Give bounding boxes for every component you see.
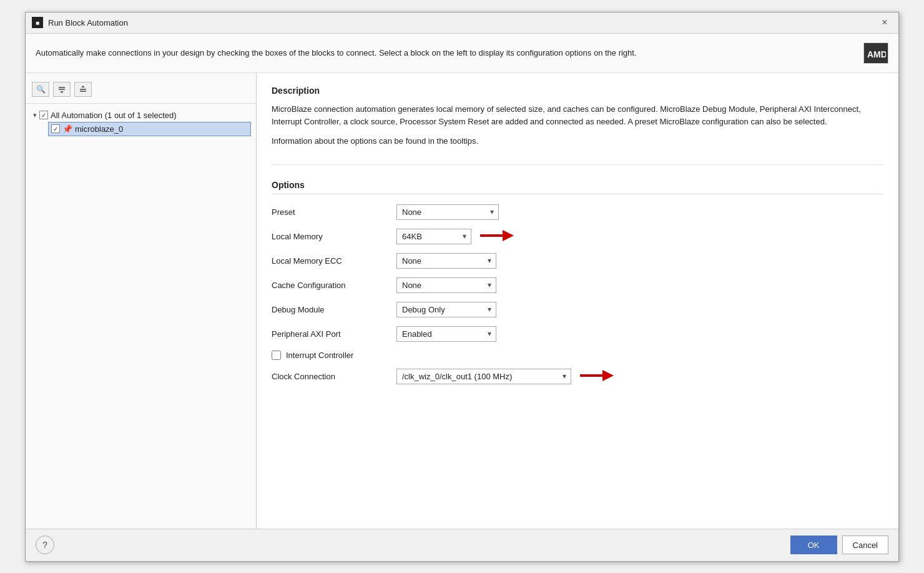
local-memory-ecc-select-wrapper: None Basic Full: [396, 253, 496, 269]
debug-module-row: Debug Module None Debug Only Debug & UAR…: [272, 302, 883, 317]
toolbar: 🔍: [26, 79, 256, 104]
local-memory-select-wrapper: None 8KB 16KB 32KB 64KB 128KB: [396, 229, 471, 244]
search-button[interactable]: 🔍: [32, 82, 49, 97]
local-memory-row: Local Memory None 8KB 16KB 32KB 64KB 128…: [272, 229, 883, 244]
preset-row: Preset None Microcontroller Real-time Ap…: [272, 204, 883, 220]
microblaze-label: microblaze_0: [75, 124, 123, 134]
title-bar-left: Run Block Automation: [32, 17, 128, 28]
clock-connection-label: Clock Connection: [272, 372, 396, 381]
all-automation-checkbox[interactable]: [39, 111, 48, 119]
tree-root-item[interactable]: ▾ All Automation (1 out of 1 selected): [31, 109, 251, 122]
cache-configuration-label: Cache Configuration: [272, 281, 396, 290]
collapse-icon: [57, 85, 66, 94]
amd-logo: AMD: [863, 42, 888, 64]
local-memory-label: Local Memory: [272, 232, 396, 241]
preset-label: Preset: [272, 207, 396, 217]
right-panel: Description MicroBlaze connection automa…: [257, 73, 898, 529]
interrupt-controller-row: Interrupt Controller: [272, 351, 883, 360]
preset-select[interactable]: None Microcontroller Real-time Applicati…: [396, 204, 499, 220]
cache-configuration-row: Cache Configuration None 4KB 8KB 16KB: [272, 277, 883, 293]
description-para2: Information about the options can be fou…: [272, 135, 883, 148]
peripheral-axi-port-row: Peripheral AXI Port Enabled Disabled: [272, 326, 883, 342]
options-section: Options Preset None Microcontroller Real…: [272, 177, 883, 384]
close-button[interactable]: ×: [877, 15, 892, 30]
expand-all-button[interactable]: [74, 82, 92, 97]
options-title: Options: [272, 180, 883, 194]
peripheral-axi-port-select[interactable]: Enabled Disabled: [396, 326, 496, 342]
collapse-all-button[interactable]: [53, 82, 71, 97]
description-title: Description: [272, 86, 883, 96]
footer-right: OK Cancel: [790, 536, 888, 554]
local-memory-ecc-label: Local Memory ECC: [272, 256, 396, 266]
local-memory-arrow: [480, 230, 518, 243]
debug-module-label: Debug Module: [272, 305, 396, 314]
description-box: Description MicroBlaze connection automa…: [272, 86, 883, 165]
pin-icon: 📌: [62, 124, 72, 134]
help-button[interactable]: ?: [36, 536, 54, 554]
interrupt-controller-label: Interrupt Controller: [286, 351, 353, 360]
run-block-automation-dialog: Run Block Automation × Automatically mak…: [25, 12, 899, 562]
cancel-button[interactable]: Cancel: [842, 536, 888, 554]
dialog-title: Run Block Automation: [48, 18, 128, 27]
app-icon: [32, 17, 43, 28]
debug-module-select-wrapper: None Debug Only Debug & UART: [396, 302, 496, 317]
debug-module-select[interactable]: None Debug Only Debug & UART: [396, 302, 496, 317]
local-memory-select[interactable]: None 8KB 16KB 32KB 64KB 128KB: [396, 229, 471, 244]
clock-connection-arrow: [580, 370, 617, 383]
description-para1: MicroBlaze connection automation generat…: [272, 103, 883, 129]
svg-text:AMD: AMD: [867, 49, 886, 59]
red-arrow-icon: [480, 230, 518, 241]
header-description-bar: Automatically make connections in your d…: [26, 34, 898, 73]
ok-button[interactable]: OK: [790, 536, 837, 554]
cache-configuration-select-wrapper: None 4KB 8KB 16KB: [396, 277, 496, 293]
clock-connection-row: Clock Connection /clk_wiz_0/clk_out1 (10…: [272, 369, 883, 384]
main-area: 🔍: [26, 73, 898, 529]
tree-area: ▾ All Automation (1 out of 1 selected) 📌…: [26, 109, 256, 136]
all-automation-label: All Automation (1 out of 1 selected): [51, 111, 177, 120]
preset-select-wrapper: None Microcontroller Real-time Applicati…: [396, 204, 499, 220]
footer-left: ?: [36, 536, 54, 554]
search-icon: 🔍: [36, 85, 46, 94]
red-arrow-clock-icon: [580, 370, 617, 381]
local-memory-ecc-row: Local Memory ECC None Basic Full: [272, 253, 883, 269]
local-memory-ecc-select[interactable]: None Basic Full: [396, 253, 496, 269]
tree-child-item[interactable]: 📌 microblaze_0: [48, 122, 251, 136]
tree-chevron-icon: ▾: [33, 111, 37, 119]
peripheral-axi-port-select-wrapper: Enabled Disabled: [396, 326, 496, 342]
microblaze-checkbox[interactable]: [51, 124, 60, 133]
footer: ? OK Cancel: [26, 529, 898, 561]
peripheral-axi-port-label: Peripheral AXI Port: [272, 329, 396, 339]
clock-connection-select-wrapper: /clk_wiz_0/clk_out1 (100 MHz): [396, 369, 571, 384]
header-description-text: Automatically make connections in your d…: [36, 48, 857, 57]
cache-configuration-select[interactable]: None 4KB 8KB 16KB: [396, 277, 496, 293]
expand-icon: [79, 85, 87, 94]
clock-connection-select[interactable]: /clk_wiz_0/clk_out1 (100 MHz): [396, 369, 571, 384]
interrupt-controller-checkbox[interactable]: [272, 351, 281, 360]
title-bar: Run Block Automation ×: [26, 12, 898, 34]
left-panel: 🔍: [26, 73, 257, 529]
